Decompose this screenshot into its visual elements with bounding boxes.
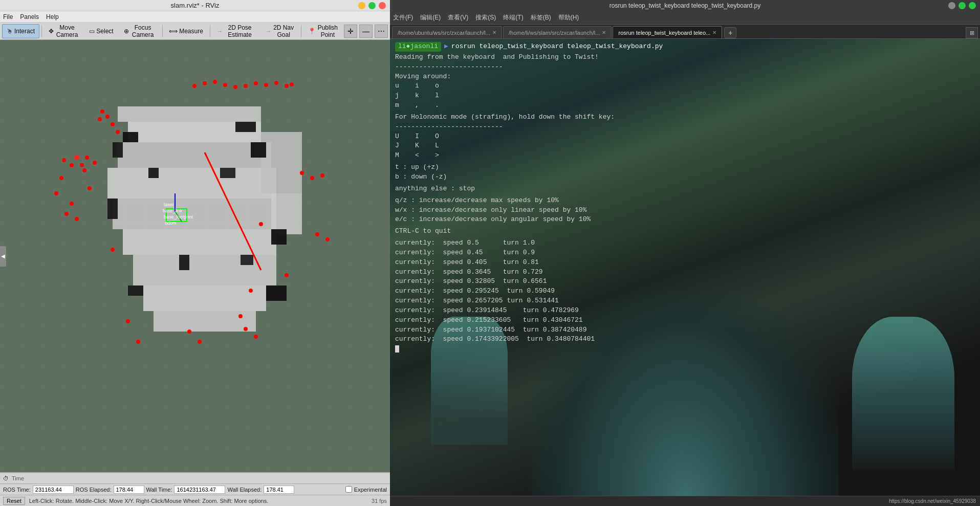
cn-edit[interactable]: 编辑(E)	[420, 13, 441, 22]
pose-estimate-icon: →	[217, 28, 223, 35]
rviz-status-bar: ⏱ Time	[0, 472, 390, 483]
nav-goal-icon: →	[265, 28, 271, 35]
cn-tabs[interactable]: 标签(B)	[531, 13, 551, 22]
tab-1-close[interactable]: ✕	[492, 30, 496, 35]
term-line-16: w/x : increase/decrease only linear spee…	[395, 206, 975, 215]
term-dot-green2	[969, 2, 976, 9]
wall-time-input[interactable]	[174, 486, 225, 494]
rviz-close-btn[interactable]	[379, 2, 386, 9]
tab-3-close[interactable]: ✕	[712, 30, 716, 35]
svg-rect-21	[220, 168, 235, 178]
interact-icon: 🖱	[7, 28, 13, 35]
term-split-btn[interactable]: ⊞	[966, 27, 978, 38]
svg-point-75	[100, 109, 104, 114]
svg-rect-22	[179, 255, 189, 270]
svg-rect-10	[261, 132, 302, 193]
term-line-25: currently: speed 0.2657205 turn 0.531441	[395, 296, 975, 306]
move-camera-btn[interactable]: ✥ Move Camera	[44, 24, 84, 38]
measure-btn[interactable]: ⟺ Measure	[164, 24, 208, 38]
term-line-20: currently: speed 0.45 turn 0.9	[395, 248, 975, 258]
rviz-viewport[interactable]: ◀	[0, 40, 390, 472]
term-line-3: Moving around:	[395, 72, 975, 82]
svg-point-67	[85, 156, 89, 160]
toolbar-extra-btn3[interactable]: ⋯	[375, 25, 388, 38]
term-line-28: currently: speed 0.1937102445 turn 0.387…	[395, 325, 975, 335]
tab-1[interactable]: /home/ubuntu/ws/src/zxcar/launch/l... ✕	[392, 26, 502, 38]
new-tab-btn[interactable]: +	[724, 27, 736, 38]
svg-text:odom: odom	[165, 221, 177, 226]
cn-file[interactable]: 文件(F)	[393, 13, 413, 22]
svg-point-38	[54, 191, 58, 195]
left-panel-toggle[interactable]: ◀	[0, 246, 6, 267]
svg-point-32	[274, 81, 278, 85]
svg-point-69	[82, 168, 86, 172]
term-line-9: U I O	[395, 132, 975, 142]
svg-rect-5	[113, 199, 276, 229]
pose-estimate-btn[interactable]: → 2D Pose Estimate	[212, 24, 260, 38]
move-camera-icon: ✥	[49, 28, 54, 35]
menu-help[interactable]: Help	[46, 13, 59, 20]
nav-goal-btn[interactable]: → 2D Nav Goal	[260, 24, 298, 38]
term-line-5: j k l	[395, 91, 975, 101]
menu-file[interactable]: File	[3, 13, 13, 20]
svg-point-39	[75, 217, 79, 221]
svg-point-73	[111, 122, 115, 126]
svg-point-44	[315, 232, 319, 236]
url-label: https://blog.csdn.net/weixin_45929038	[889, 498, 976, 504]
ros-time-input[interactable]	[33, 486, 74, 494]
svg-rect-13	[123, 132, 138, 142]
svg-point-34	[290, 82, 294, 86]
svg-point-31	[264, 83, 268, 87]
reset-btn[interactable]: Reset	[3, 497, 25, 505]
rviz-title: slam.rviz* - RViz	[171, 2, 220, 9]
rviz-map-canvas: laser base_link base_footprint odom	[0, 40, 390, 472]
terminal-content[interactable]: li●jasonli ▶ rosrun teleop_twist_keyboar…	[390, 39, 980, 496]
svg-point-43	[320, 173, 324, 178]
toolbar-extra-btn2[interactable]: —	[359, 25, 373, 38]
svg-point-36	[64, 212, 69, 216]
time-icon: ⏱	[3, 475, 9, 481]
term-line-29: currently: speed 0.17433922005 turn 0.34…	[395, 335, 975, 344]
svg-point-24	[192, 84, 197, 88]
svg-point-42	[310, 176, 314, 180]
interact-btn[interactable]: 🖱 Interact	[2, 24, 39, 38]
term-line-19: currently: speed 0.5 turn 1.0	[395, 238, 975, 248]
measure-label: Measure	[179, 28, 203, 35]
toolbar-extra-btn1[interactable]: ✛	[344, 25, 357, 38]
cn-help[interactable]: 帮助(H)	[558, 13, 579, 22]
svg-point-56	[238, 314, 243, 318]
term-line-15: q/z : increase/decrease max speeds by 10…	[395, 196, 975, 206]
rviz-maximize-btn[interactable]	[368, 2, 376, 9]
publish-point-btn[interactable]: 📍 Publish Point	[303, 24, 343, 38]
focus-camera-btn[interactable]: ⊕ Focus Camera	[119, 24, 160, 38]
rviz-win-controls	[358, 2, 386, 9]
select-btn[interactable]: ▭ Select	[84, 24, 118, 38]
ros-time-label: ROS Time:	[3, 487, 31, 493]
rviz-minimize-btn[interactable]	[358, 2, 365, 9]
publish-point-label: Publish Point	[317, 24, 338, 38]
svg-rect-11	[271, 193, 302, 234]
select-label: Select	[96, 28, 113, 35]
prompt-line: li●jasonli ▶ rosrun teleop_twist_keyboar…	[395, 42, 975, 52]
time-label: Time	[12, 475, 24, 481]
tab-2-close[interactable]: ✕	[602, 30, 606, 35]
tab-3[interactable]: rosrun teleop_twist_keyboard teleo... ✕	[613, 26, 722, 38]
svg-rect-17	[271, 229, 287, 245]
focus-camera-icon: ⊕	[124, 28, 129, 35]
cn-search[interactable]: 搜索(S)	[475, 13, 496, 22]
term-dot-green1	[959, 2, 966, 9]
wall-elapsed-input[interactable]	[264, 486, 294, 494]
cn-view[interactable]: 查看(V)	[448, 13, 468, 22]
svg-rect-23	[241, 255, 253, 265]
cn-terminal[interactable]: 终端(T)	[503, 13, 523, 22]
experimental-checkbox[interactable]	[345, 486, 352, 493]
term-line-23: currently: speed 0.32805 turn 0.6561	[395, 277, 975, 287]
term-line-17: e/c : increase/decrease only angular spe…	[395, 215, 975, 225]
term-line-18: CTRL-C to quit	[395, 227, 975, 236]
menu-panels[interactable]: Panels	[20, 13, 39, 20]
svg-rect-6	[123, 229, 276, 255]
ros-elapsed-input[interactable]	[114, 486, 144, 494]
tab-2[interactable]: /home/li/ws/slam/src/zxcar/launch/l... ✕	[503, 26, 612, 38]
term-line-8: ---------------------------	[395, 122, 975, 132]
nav-goal-label: 2D Nav Goal	[273, 24, 294, 38]
